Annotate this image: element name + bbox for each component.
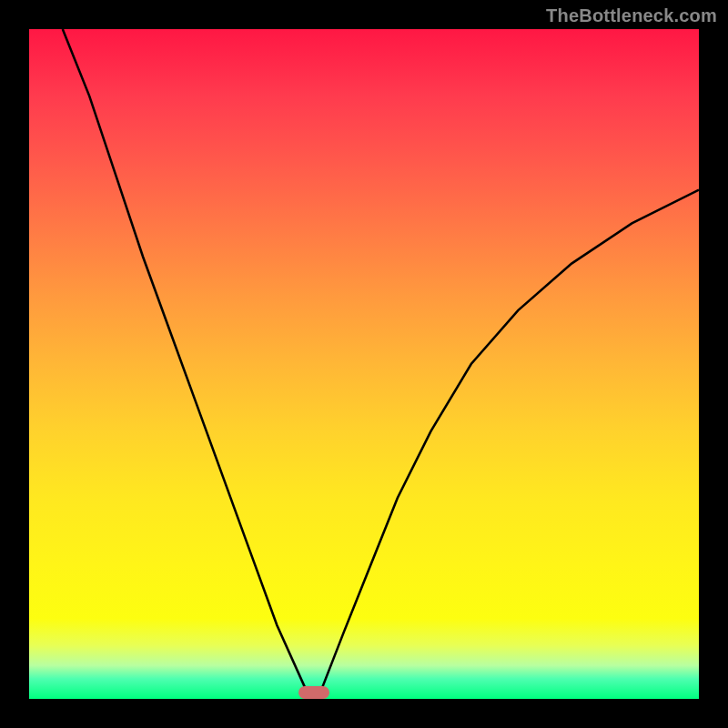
plot-area: [29, 29, 699, 699]
optimal-marker: [298, 686, 329, 699]
chart-container: TheBottleneck.com: [0, 0, 728, 728]
bottleneck-curve: [29, 29, 699, 699]
watermark: TheBottleneck.com: [546, 5, 717, 26]
curve-path: [63, 29, 699, 693]
